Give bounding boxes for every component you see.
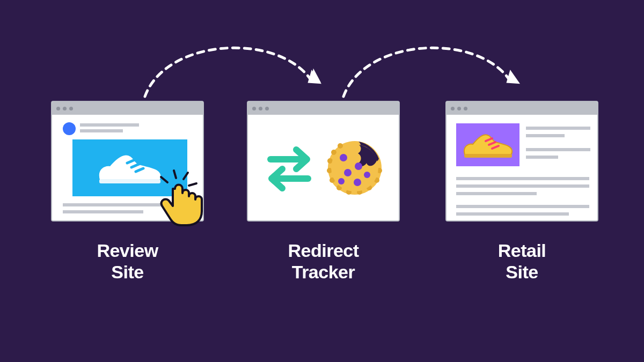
svg-point-23 [338, 178, 345, 184]
svg-rect-26 [464, 154, 512, 158]
avatar-icon [63, 122, 76, 135]
svg-marker-0 [303, 70, 321, 90]
window-dot-icon [63, 107, 67, 110]
svg-line-6 [161, 177, 167, 182]
text-placeholder [456, 212, 569, 216]
redirect-tracker-panel: Redirect Tracker [247, 101, 400, 283]
window-dot-icon [265, 107, 269, 110]
text-placeholder [456, 184, 589, 188]
text-placeholder [456, 177, 589, 180]
panel-label: Review Site [51, 240, 204, 283]
panel-label: Redirect Tracker [247, 240, 400, 283]
pointer-click-icon [150, 167, 215, 234]
window-titlebar [447, 102, 597, 115]
browser-window [445, 101, 598, 221]
window-dot-icon [252, 107, 256, 110]
window-content [248, 115, 399, 220]
svg-point-22 [344, 169, 352, 176]
window-titlebar [248, 102, 399, 115]
product-image [456, 123, 519, 166]
window-content [447, 115, 597, 220]
svg-point-24 [354, 179, 361, 186]
svg-point-20 [340, 154, 347, 161]
cookie-icon [325, 138, 384, 197]
browser-window [247, 101, 400, 221]
svg-point-25 [364, 172, 370, 178]
text-placeholder [526, 148, 590, 151]
text-placeholder [526, 156, 558, 159]
svg-marker-1 [501, 70, 520, 90]
text-placeholder [526, 134, 565, 137]
text-placeholder [63, 210, 143, 213]
window-titlebar [52, 102, 203, 115]
swap-arrows-icon [263, 141, 316, 195]
svg-line-3 [174, 171, 176, 178]
panel-label: Retail Site [445, 240, 598, 283]
svg-point-8 [338, 143, 343, 149]
window-dot-icon [259, 107, 262, 110]
svg-line-5 [189, 183, 196, 186]
text-placeholder [80, 129, 123, 132]
svg-line-4 [184, 173, 188, 179]
text-placeholder [80, 123, 139, 127]
text-placeholder [526, 127, 590, 130]
retail-site-panel: Retail Site [445, 101, 598, 283]
window-dot-icon [451, 107, 455, 110]
window-dot-icon [464, 107, 467, 110]
diagram-canvas: Review Site [0, 0, 644, 362]
window-dot-icon [457, 107, 461, 110]
svg-point-21 [355, 162, 362, 170]
shoe-icon [461, 128, 515, 161]
text-placeholder [456, 205, 589, 208]
window-dot-icon [69, 107, 73, 110]
window-dot-icon [56, 107, 60, 110]
text-placeholder [456, 192, 537, 195]
